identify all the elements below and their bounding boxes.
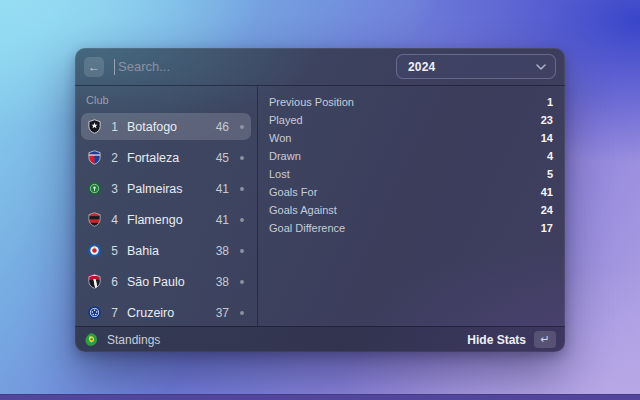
back-button[interactable]: ← <box>84 57 104 77</box>
clubs-column-header: Club <box>81 92 251 113</box>
stat-label: Lost <box>269 168 290 180</box>
club-points: 38 <box>216 244 229 258</box>
club-name: São Paulo <box>127 275 185 289</box>
stat-row-goals-for: Goals For 41 <box>269 183 553 201</box>
chevron-down-icon <box>536 64 546 70</box>
club-position: 5 <box>110 244 119 258</box>
stat-value: 4 <box>547 150 553 162</box>
stat-row-played: Played 23 <box>269 111 553 129</box>
footer-title: Standings <box>107 333 160 347</box>
stat-label: Goals Against <box>269 204 337 216</box>
stat-row-won: Won 14 <box>269 129 553 147</box>
status-dot <box>240 156 244 160</box>
stat-value: 17 <box>541 222 553 234</box>
botafogo-crest-icon <box>87 119 102 134</box>
stat-label: Drawn <box>269 150 301 162</box>
stats-panel: Previous Position 1 Played 23 Won 14 Dra… <box>258 86 565 326</box>
club-row-flamengo[interactable]: 4 Flamengo 41 <box>81 206 251 233</box>
stat-row-drawn: Drawn 4 <box>269 147 553 165</box>
stat-value: 23 <box>541 114 553 126</box>
back-arrow-icon: ← <box>88 61 100 73</box>
status-dot <box>240 218 244 222</box>
stat-label: Won <box>269 132 291 144</box>
stat-row-goals-against: Goals Against 24 <box>269 201 553 219</box>
club-points: 41 <box>216 213 229 227</box>
stat-row-goal-difference: Goal Difference 17 <box>269 219 553 237</box>
club-row-bahia[interactable]: 5 Bahia 38 <box>81 237 251 264</box>
stat-value: 24 <box>541 204 553 216</box>
footer-bar: Standings Hide Stats ↵ <box>75 326 565 352</box>
club-position: 2 <box>110 151 119 165</box>
search-input[interactable] <box>118 59 396 74</box>
club-points: 37 <box>216 306 229 320</box>
club-position: 3 <box>110 182 119 196</box>
club-name: Botafogo <box>127 120 177 134</box>
flamengo-crest-icon <box>87 212 102 227</box>
stat-row-previous-position: Previous Position 1 <box>269 93 553 111</box>
stat-label: Previous Position <box>269 96 354 108</box>
club-row-fortaleza[interactable]: 2 Fortaleza 45 <box>81 144 251 171</box>
palmeiras-crest-icon <box>87 181 102 196</box>
status-dot <box>240 187 244 191</box>
club-row-palmeiras[interactable]: 3 Palmeiras 41 <box>81 175 251 202</box>
season-dropdown[interactable]: 2024 <box>396 54 556 79</box>
club-name: Fortaleza <box>127 151 179 165</box>
club-row-botafogo[interactable]: 1 Botafogo 46 <box>81 113 251 140</box>
fortaleza-crest-icon <box>87 150 102 165</box>
club-name: Bahia <box>127 244 159 258</box>
status-dot <box>240 249 244 253</box>
club-points: 38 <box>216 275 229 289</box>
status-dot <box>240 125 244 129</box>
season-value: 2024 <box>408 60 436 74</box>
club-name: Palmeiras <box>127 182 183 196</box>
stat-value: 5 <box>547 168 553 180</box>
clubs-panel: Club 1 Botafogo 46 <box>75 86 258 326</box>
club-row-cruzeiro[interactable]: 7 Cruzeiro 37 <box>81 299 251 326</box>
cruzeiro-crest-icon <box>87 305 102 320</box>
stat-label: Goals For <box>269 186 317 198</box>
standings-window: ← 2024 Club 1 Botafogo 46 <box>75 48 565 352</box>
club-points: 41 <box>216 182 229 196</box>
status-dot <box>240 280 244 284</box>
bahia-crest-icon <box>87 243 102 258</box>
stat-row-lost: Lost 5 <box>269 165 553 183</box>
club-position: 1 <box>110 120 119 134</box>
club-points: 45 <box>216 151 229 165</box>
club-name: Flamengo <box>127 213 183 227</box>
main-area: Club 1 Botafogo 46 <box>75 86 565 326</box>
club-points: 46 <box>216 120 229 134</box>
club-name: Cruzeiro <box>127 306 174 320</box>
brasileirao-logo-icon <box>84 332 99 347</box>
club-position: 4 <box>110 213 119 227</box>
club-position: 6 <box>110 275 119 289</box>
stat-label: Played <box>269 114 303 126</box>
club-row-sao-paulo[interactable]: 6 São Paulo 38 <box>81 268 251 295</box>
text-caret <box>114 59 115 75</box>
stat-value: 14 <box>541 132 553 144</box>
sao-paulo-crest-icon <box>87 274 102 289</box>
stat-label: Goal Difference <box>269 222 345 234</box>
stat-value: 41 <box>541 186 553 198</box>
hide-stats-button[interactable]: Hide Stats <box>467 333 526 347</box>
return-key-icon[interactable]: ↵ <box>534 331 556 348</box>
stat-value: 1 <box>547 96 553 108</box>
club-position: 7 <box>110 306 119 320</box>
status-dot <box>240 311 244 315</box>
toolbar: ← 2024 <box>75 48 565 86</box>
